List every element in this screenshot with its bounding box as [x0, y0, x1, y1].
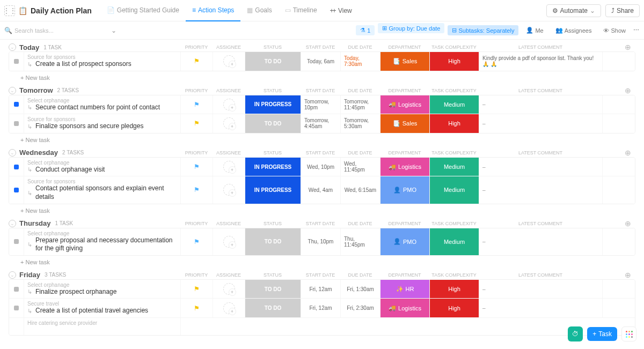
department-cell[interactable]: 📑Sales — [380, 114, 430, 133]
complexity-cell[interactable]: High — [430, 52, 479, 71]
groupby-pill[interactable]: ⊞Group by: Due date — [378, 23, 444, 33]
task-row[interactable]: Secure travel ↳Create a list of potentia… — [9, 299, 635, 318]
status-cell[interactable]: IN PROGRESS — [245, 158, 301, 176]
complexity-cell[interactable]: Medium — [430, 176, 479, 203]
task-name-cell[interactable]: Select orphanage ↳Finalize prospect orph… — [24, 280, 181, 299]
task-status-square[interactable] — [9, 52, 24, 71]
due-date-cell[interactable]: Thu, 11:45pm — [341, 228, 380, 255]
task-name-cell[interactable]: Source for sponsors ↳Create a list of pr… — [24, 52, 181, 71]
assignee-cell[interactable] — [213, 95, 245, 114]
chevron-down-icon[interactable]: ⌄ — [111, 27, 116, 34]
task-row[interactable]: Select orphanage ↳Prepare proposal and n… — [9, 228, 635, 255]
group-name[interactable]: Wednesday — [19, 148, 58, 157]
add-column-icon[interactable]: ⊕ — [625, 86, 635, 95]
tab-action-steps[interactable]: ≡Action Steps — [186, 0, 240, 21]
task-row[interactable]: Source for sponsors ↳Create a list of pr… — [9, 52, 635, 71]
assignees-pill[interactable]: 👥Assignees — [551, 25, 596, 35]
group-name[interactable]: Today — [19, 43, 39, 51]
task-status-square[interactable] — [9, 280, 24, 299]
priority-cell[interactable]: ⚑ — [181, 280, 213, 299]
group-name[interactable]: Friday — [19, 271, 40, 279]
task-row[interactable]: Hire catering service provider — [9, 318, 635, 335]
comment-cell[interactable]: – — [479, 158, 603, 176]
task-status-square[interactable] — [9, 299, 24, 317]
new-task-button[interactable]: + New task — [9, 133, 635, 144]
tab-goals[interactable]: ▦Goals — [240, 0, 278, 21]
due-date-cell[interactable]: Tomorrow, 5:30am — [341, 114, 380, 133]
status-cell[interactable]: IN PROGRESS — [245, 176, 301, 203]
comment-cell[interactable]: – — [479, 280, 603, 299]
priority-cell[interactable]: ⚑ — [181, 176, 213, 203]
task-name-cell[interactable]: Source for sponsors ↳Contact potential s… — [24, 176, 181, 203]
priority-cell[interactable]: ⚑ — [181, 299, 213, 317]
department-cell[interactable]: 👤PMO — [380, 228, 430, 255]
complexity-cell[interactable]: Medium — [430, 228, 479, 255]
me-pill[interactable]: 👤Me — [522, 25, 547, 35]
comment-cell[interactable]: – — [479, 176, 603, 203]
task-status-square[interactable] — [9, 176, 24, 203]
add-column-icon[interactable]: ⊕ — [625, 43, 635, 51]
assignee-cell[interactable] — [213, 158, 245, 176]
automate-button[interactable]: ⚙Automate⌄ — [546, 4, 601, 17]
start-date-cell[interactable]: Wed, 4am — [301, 176, 341, 203]
start-date-cell[interactable]: Wed, 10pm — [301, 158, 341, 176]
apps-fab[interactable] — [621, 326, 636, 341]
status-cell[interactable]: IN PROGRESS — [245, 95, 301, 114]
status-cell[interactable]: TO DO — [245, 114, 301, 133]
status-cell[interactable]: TO DO — [245, 52, 301, 71]
new-task-button[interactable]: + New task — [9, 256, 635, 266]
comment-cell[interactable]: – — [479, 228, 603, 255]
department-cell[interactable]: 🚚Logistics — [380, 95, 430, 114]
assignee-cell[interactable] — [213, 228, 245, 255]
subtasks-pill[interactable]: ⊟Subtasks: Separately — [448, 25, 518, 35]
department-cell[interactable]: ✨HR — [380, 280, 430, 299]
comment-cell[interactable]: Kindly provide a pdf of sponsor list. Th… — [479, 52, 603, 71]
assignee-cell[interactable] — [213, 280, 245, 299]
comment-cell[interactable]: – — [479, 114, 603, 133]
department-cell[interactable]: 🚚Logistics — [380, 158, 430, 176]
group-collapse-icon[interactable]: ⌄ — [9, 43, 16, 51]
add-column-icon[interactable]: ⊕ — [625, 271, 635, 279]
group-name[interactable]: Thursday — [19, 219, 51, 227]
share-button[interactable]: ⤴Share — [605, 4, 640, 17]
assignee-cell[interactable] — [213, 176, 245, 203]
task-name-cell[interactable]: Select orphanage ↳Conduct orphanage visi… — [24, 158, 181, 176]
task-status-square[interactable] — [9, 158, 24, 176]
task-row[interactable]: Select orphanage ↳Conduct orphanage visi… — [9, 158, 635, 177]
tab-timeline[interactable]: ▭Timeline — [279, 0, 324, 21]
task-name-cell[interactable]: Source for sponsors ↳Finalize sponsors a… — [24, 114, 181, 133]
start-date-cell[interactable]: Fri, 12am — [301, 280, 341, 299]
comment-cell[interactable]: – — [479, 95, 603, 114]
priority-cell[interactable]: ⚑ — [181, 158, 213, 176]
complexity-cell[interactable]: High — [430, 280, 479, 299]
assignee-cell[interactable] — [213, 299, 245, 317]
complexity-cell[interactable]: High — [430, 114, 479, 133]
add-view-button[interactable]: ++ View — [324, 7, 358, 14]
app-menu-icon[interactable]: ⋮⋮ — [4, 5, 15, 16]
status-cell[interactable]: TO DO — [245, 299, 301, 317]
department-cell[interactable]: 🚚Logistics — [380, 299, 430, 317]
group-name[interactable]: Tomorrow — [19, 86, 53, 94]
timer-fab[interactable]: ⏱ — [568, 326, 583, 341]
search-input[interactable] — [14, 27, 79, 34]
new-task-fab[interactable]: +Task — [587, 327, 617, 341]
priority-cell[interactable]: ⚑ — [181, 114, 213, 133]
group-collapse-icon[interactable]: ⌄ — [9, 149, 16, 157]
assignee-cell[interactable] — [213, 52, 245, 71]
add-column-icon[interactable]: ⊕ — [625, 219, 635, 228]
tab-getting-started[interactable]: 📄Getting Started Guide — [100, 0, 186, 21]
group-collapse-icon[interactable]: ⌄ — [9, 220, 16, 227]
complexity-cell[interactable]: Medium — [430, 95, 479, 114]
due-date-cell[interactable]: Today, 7:30am — [341, 52, 380, 71]
group-collapse-icon[interactable]: ⌄ — [9, 87, 16, 94]
group-collapse-icon[interactable]: ⌄ — [9, 271, 16, 279]
complexity-cell[interactable]: High — [430, 299, 479, 317]
priority-cell[interactable]: ⚑ — [181, 52, 213, 71]
due-date-cell[interactable]: Wed, 6:15am — [341, 176, 380, 203]
task-row[interactable]: Select orphanage ↳Finalize prospect orph… — [9, 280, 635, 299]
assignee-cell[interactable] — [213, 114, 245, 133]
department-cell[interactable]: 👤PMO — [380, 176, 430, 203]
due-date-cell[interactable]: Tomorrow, 11:45pm — [341, 95, 380, 114]
start-date-cell[interactable]: Tomorrow, 4:45am — [301, 114, 341, 133]
priority-cell[interactable]: ⚑ — [181, 95, 213, 114]
